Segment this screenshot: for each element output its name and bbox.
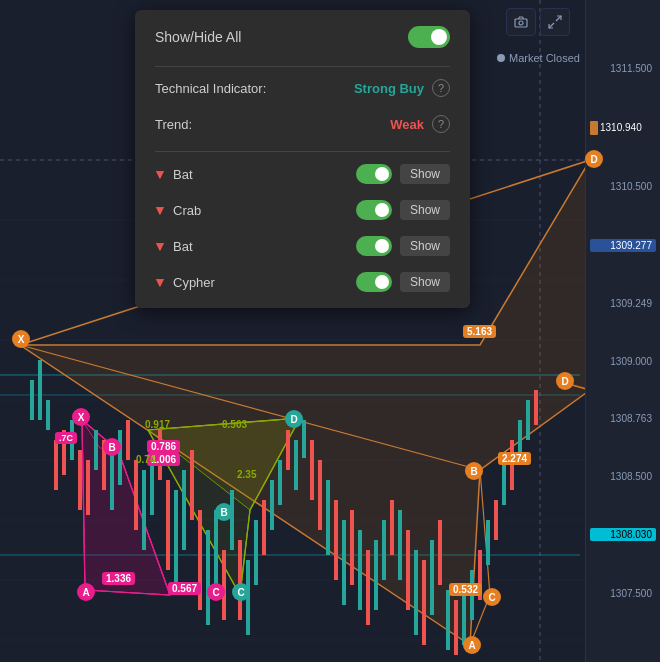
technical-indicator-row: Technical Indicator: Strong Buy ?: [155, 79, 450, 97]
svg-rect-51: [174, 490, 178, 585]
svg-rect-96: [534, 390, 538, 425]
trend-label: Trend:: [155, 117, 192, 132]
svg-rect-79: [398, 510, 402, 580]
svg-rect-86: [454, 600, 458, 655]
svg-rect-58: [230, 490, 234, 550]
label-0917: 0.917: [141, 418, 174, 431]
svg-rect-92: [502, 460, 506, 505]
bat-1-toggle[interactable]: [356, 164, 392, 184]
market-closed-text: Market Closed: [509, 52, 580, 64]
svg-line-29: [250, 418, 300, 510]
svg-rect-87: [462, 590, 466, 645]
svg-rect-69: [318, 460, 322, 530]
point-D-orange-mid: D: [556, 372, 574, 390]
chevron-bat-2: ⯆: [155, 241, 165, 252]
point-D-orange-top: D: [585, 150, 603, 168]
show-hide-all-row: Show/Hide All: [155, 26, 450, 48]
svg-rect-33: [30, 380, 34, 420]
indicator-left-bat-2: ⯆ Bat: [155, 239, 193, 254]
point-C-teal: C: [232, 583, 250, 601]
label-0567: 0.567: [168, 582, 201, 595]
technical-indicator-help[interactable]: ?: [432, 79, 450, 97]
svg-rect-70: [326, 480, 330, 555]
crab-show-button[interactable]: Show: [400, 200, 450, 220]
technical-indicator-label: Technical Indicator:: [155, 81, 266, 96]
trend-help[interactable]: ?: [432, 115, 450, 133]
point-A-orange: A: [463, 636, 481, 654]
svg-rect-47: [142, 470, 146, 550]
panel-separator-1: [155, 66, 450, 67]
indicator-label-bat-1: Bat: [173, 167, 193, 182]
svg-rect-72: [342, 520, 346, 605]
label-0532: 0.532: [449, 583, 482, 596]
point-A-magenta: A: [77, 583, 95, 601]
show-hide-panel: Show/Hide All Technical Indicator: Stron…: [135, 10, 470, 308]
label-2274: 2.274: [498, 452, 531, 465]
indicator-label-crab: Crab: [173, 203, 201, 218]
price-1309277: 1309.277: [590, 239, 656, 252]
camera-button[interactable]: [506, 8, 536, 36]
point-X-orange: X: [12, 330, 30, 348]
svg-line-17: [20, 345, 480, 470]
svg-point-98: [519, 21, 523, 25]
cypher-show-button[interactable]: Show: [400, 272, 450, 292]
svg-line-25: [85, 590, 170, 595]
cypher-toggle[interactable]: [356, 272, 392, 292]
svg-rect-34: [38, 360, 42, 420]
point-B-teal: B: [215, 503, 233, 521]
chevron-bat-1: ⯆: [155, 169, 165, 180]
panel-title: Show/Hide All: [155, 29, 241, 45]
svg-line-99: [556, 16, 561, 21]
price-1309000: 1309.000: [590, 356, 656, 367]
svg-rect-53: [190, 450, 194, 520]
svg-rect-56: [214, 510, 218, 590]
show-hide-all-toggle[interactable]: [408, 26, 450, 48]
bat-2-toggle[interactable]: [356, 236, 392, 256]
svg-rect-91: [494, 500, 498, 540]
bat-1-show-button[interactable]: Show: [400, 164, 450, 184]
trend-row: Trend: Weak ?: [155, 115, 450, 133]
svg-rect-62: [262, 500, 266, 555]
svg-rect-73: [350, 510, 354, 585]
point-C-magenta: C: [207, 583, 225, 601]
svg-rect-61: [254, 520, 258, 585]
svg-rect-39: [78, 450, 82, 510]
svg-rect-45: [126, 420, 130, 460]
point-B-magenta: B: [103, 438, 121, 456]
label-7c: .7C: [55, 432, 77, 444]
svg-rect-78: [390, 500, 394, 555]
svg-rect-54: [198, 510, 202, 610]
svg-rect-67: [302, 420, 306, 458]
svg-rect-97: [515, 19, 527, 27]
svg-rect-90: [486, 520, 490, 565]
price-1310500: 1310.500: [590, 181, 656, 192]
svg-rect-95: [526, 400, 530, 440]
svg-rect-44: [118, 430, 122, 485]
svg-rect-55: [206, 530, 210, 625]
expand-button[interactable]: [540, 8, 570, 36]
svg-line-18: [480, 470, 490, 595]
svg-rect-74: [358, 530, 362, 610]
indicator-right-crab: Show: [356, 200, 450, 220]
svg-rect-65: [286, 430, 290, 470]
market-closed-dot: [497, 54, 505, 62]
svg-rect-83: [430, 540, 434, 615]
svg-rect-71: [334, 500, 338, 580]
crab-toggle[interactable]: [356, 200, 392, 220]
indicator-row-bat-1: ⯆ Bat Show: [155, 164, 450, 184]
svg-rect-75: [366, 550, 370, 625]
price-1309249: 1309.249: [590, 298, 656, 309]
panel-separator-2: [155, 151, 450, 152]
indicator-row-cypher: ⯆ Cypher Show: [155, 272, 450, 292]
indicator-right-bat-1: Show: [356, 164, 450, 184]
indicator-left-cypher: ⯆ Cypher: [155, 275, 215, 290]
price-1307500: 1307.500: [590, 588, 656, 599]
svg-rect-66: [294, 440, 298, 490]
bat-2-show-button[interactable]: Show: [400, 236, 450, 256]
indicator-label-bat-2: Bat: [173, 239, 193, 254]
label-074: 0.74: [132, 453, 159, 466]
chart-area: 1311.500 1310.940 1310.500 1309.277 1309…: [0, 0, 660, 662]
svg-line-100: [549, 23, 554, 28]
svg-rect-46: [134, 460, 138, 530]
svg-rect-85: [446, 590, 450, 650]
